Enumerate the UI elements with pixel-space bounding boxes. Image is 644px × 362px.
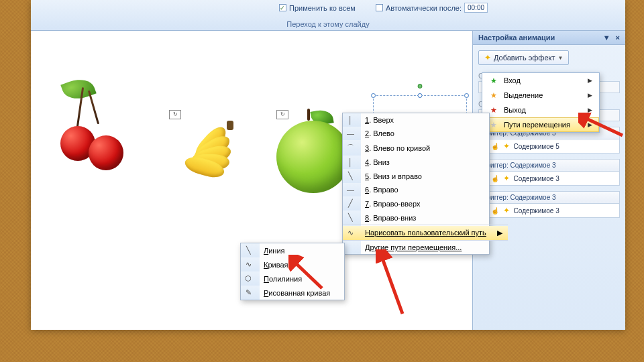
path-direction-icon: ⌒ [347, 143, 354, 152]
path-item-number: 1 [365, 116, 369, 124]
star-icon: ★ [489, 90, 498, 100]
path-item-label: Вниз [373, 158, 390, 166]
cherry-fruit [89, 135, 123, 170]
path-item-number: 6 [365, 186, 369, 194]
path-direction-icon: ╱ [348, 199, 353, 207]
auto-after-label: Автоматически после: [386, 4, 462, 12]
shape-icon: ∿ [246, 260, 252, 268]
path-item-label: Вверх [373, 116, 394, 124]
pane-header: Настройка анимации ▼ × [473, 31, 625, 45]
trigger-item-label: Содержимое 3 [514, 207, 559, 215]
path-menu-item[interactable]: │ 4. Вниз [343, 156, 508, 169]
auto-time-field[interactable]: 00:00 [464, 3, 488, 13]
pane-menu-icon[interactable]: ▼ [603, 34, 610, 42]
path-item-number: 2 [365, 129, 369, 137]
shape-icon: ⬡ [245, 274, 252, 282]
path-item-number: 5 [365, 172, 369, 180]
auto-after-checkbox[interactable]: Автоматически после: 00:00 [376, 3, 488, 13]
trigger-item-label: Содержимое 3 [514, 175, 559, 182]
path-item-label: Вправо-вверх [373, 200, 420, 208]
apply-all-checkbox[interactable]: Применить ко всем [279, 4, 356, 12]
draw-menu-item[interactable]: ✎ Рисованная кривая [241, 286, 338, 300]
path-menu-item[interactable]: ╲ 8. Вправо-вниз [343, 210, 508, 225]
wave-icon: ∿ [347, 229, 354, 237]
resize-handle[interactable] [371, 93, 376, 98]
path-direction-icon: ╲ [348, 213, 353, 221]
path-menu-item[interactable]: ⌒ 3. Влево по кривой [343, 140, 508, 156]
checkbox-icon [376, 4, 383, 11]
path-item-number: 8 [365, 214, 369, 222]
menu-item-more-paths[interactable]: Другие пути перемещения... [343, 241, 508, 254]
resize-handle[interactable] [464, 93, 469, 98]
path-item-number: 7 [365, 200, 369, 208]
path-direction-icon: │ [348, 116, 353, 124]
effect-menu-item[interactable]: ★ Выделение ▶ [482, 88, 599, 103]
more-paths-label: Другие пути перемещения... [365, 243, 462, 251]
path-direction-icon: — [347, 186, 354, 194]
image-cherry[interactable] [51, 83, 131, 184]
chevron-down-icon: ▼ [557, 55, 563, 61]
draw-item-label: Л [264, 247, 268, 255]
path-item-label: Вправо [373, 186, 398, 194]
path-direction-icon: — [347, 129, 354, 137]
star-icon: ✦ [484, 53, 491, 62]
draw-menu-item[interactable]: ⬡ Полилиния [241, 272, 338, 286]
submenu-arrow-icon: ▶ [588, 121, 592, 128]
path-menu-item[interactable]: — 6. Вправо [343, 183, 508, 196]
draw-path-submenu: ╲ Линия∿ Кривая⬡ Полилиния✎ Рисованная к… [240, 243, 345, 300]
shape-icon: ✎ [246, 288, 252, 296]
path-item-number: 3 [365, 144, 369, 152]
submenu-arrow-icon: ▶ [588, 92, 592, 99]
submenu-arrow-icon: ▶ [588, 107, 592, 113]
effect-menu-label: Вход [504, 76, 521, 84]
menu-item-custom-path[interactable]: ∿ Нарисовать пользовательский путь ▶ [343, 226, 508, 241]
draw-item-label: П [264, 275, 269, 283]
trigger-item-label: Содержимое 5 [514, 143, 559, 150]
ribbon-group-title: Переход к этому слайду [31, 20, 625, 28]
path-item-label: Вправо-вниз [373, 214, 416, 222]
path-menu-item[interactable]: — 2. Влево [343, 127, 508, 140]
resize-handle[interactable] [418, 93, 423, 98]
path-direction-icon: ╲ [348, 172, 353, 180]
rotate-handle[interactable] [418, 84, 423, 88]
draw-item-label: К [264, 261, 268, 269]
effect-menu-label: Выделение [504, 91, 543, 99]
draw-menu-item[interactable]: ∿ Кривая [241, 257, 338, 272]
motion-path-menu: │ 1. Вверх — 2. Влево ⌒ 3. Влево по крив… [342, 113, 490, 255]
path-item-label: Вниз и вправо [373, 172, 422, 180]
path-menu-item[interactable]: │ 1. Вверх [343, 113, 508, 127]
image-bananas[interactable] [158, 117, 259, 197]
draw-item-label: Р [264, 289, 268, 297]
pane-title: Настройка анимации [478, 34, 555, 42]
submenu-arrow-icon: ▶ [588, 77, 592, 84]
path-item-label: Влево по кривой [373, 144, 430, 152]
shape-icon: ╲ [246, 246, 251, 254]
checkbox-icon [279, 4, 286, 11]
path-menu-item[interactable]: ╱ 7. Вправо-вверх [343, 196, 508, 210]
path-menu-item[interactable]: ╲ 5. Вниз и вправо [343, 169, 508, 183]
add-effect-label: Добавить эффект [494, 54, 555, 62]
path-item-number: 4 [365, 158, 369, 166]
cherry-stem [88, 90, 99, 125]
path-item-label: Влево [373, 129, 394, 137]
add-effect-button[interactable]: ✦ Добавить эффект ▼ [478, 50, 569, 65]
apply-all-label: Применить ко всем [289, 4, 356, 12]
draw-menu-item[interactable]: ╲ Линия [241, 243, 338, 257]
effect-menu-item[interactable]: ★ Вход ▶ [482, 73, 599, 88]
path-direction-icon: │ [348, 158, 353, 166]
custom-path-label: Нарисовать пользовательский путь [365, 229, 486, 237]
star-icon: ★ [489, 76, 498, 85]
ribbon-bar: Применить ко всем Автоматически после: 0… [31, 0, 625, 31]
effect-menu-label: Пути перемещения [504, 121, 570, 129]
close-icon[interactable]: × [616, 34, 620, 42]
